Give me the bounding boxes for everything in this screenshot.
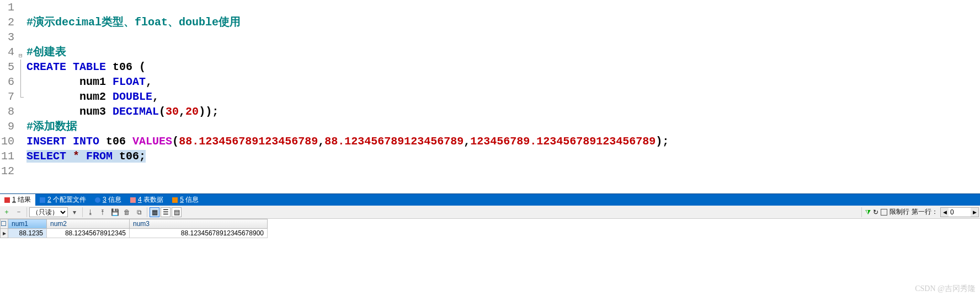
add-row-icon[interactable]: ＋ — [1, 207, 12, 218]
sql-paren: )); — [199, 105, 219, 118]
tab-label: 结果 — [18, 196, 31, 203]
tab-number: 1 — [12, 196, 16, 203]
sql-semi: ; — [139, 150, 146, 163]
column-header[interactable]: num2 — [47, 219, 130, 229]
cell-num3[interactable]: 88.12345678912345678900 — [130, 229, 268, 238]
sql-identifier: t06 — [119, 150, 139, 163]
corner-cell[interactable]: ☐ — [1, 219, 8, 229]
delete-row-icon[interactable]: － — [13, 207, 24, 218]
sql-number: 88.123456789123456789 — [179, 135, 318, 148]
tab-number: 2 — [47, 196, 51, 203]
form-view-toggle[interactable]: ☰ — [161, 207, 171, 217]
spin-up-icon[interactable]: ▶ — [971, 208, 978, 217]
sql-paren: ( — [132, 61, 146, 73]
tab-label: 表数据 — [143, 196, 163, 203]
tabledata-icon — [130, 197, 136, 203]
tab-number: 3 — [103, 196, 106, 203]
sql-comma: , — [152, 90, 159, 103]
tab-number: 4 — [138, 196, 142, 203]
sql-paren: ( — [172, 135, 179, 148]
sql-number: 123456789.123456789123456789 — [470, 135, 656, 148]
sql-keyword: TABLE — [73, 61, 106, 73]
sql-keyword: INSERT — [26, 135, 66, 148]
save-icon[interactable]: 💾 — [109, 207, 120, 218]
line-number: 5 — [0, 60, 14, 74]
sql-identifier: t06 — [113, 61, 132, 73]
sql-keyword: VALUES — [132, 135, 172, 148]
results-tabbar: 1 结果 2 个配置文件 3 信息 4 表数据 5 信息 — [0, 193, 980, 206]
line-number: 12 — [0, 164, 14, 179]
line-number: 3 — [0, 30, 14, 45]
sql-column: num2 — [79, 90, 106, 103]
tab-results[interactable]: 1 结果 — [0, 194, 35, 206]
line-number: 7 — [0, 89, 14, 104]
sql-column: num3 — [79, 105, 106, 118]
grid-view-toggle[interactable]: ▦ — [150, 207, 159, 217]
first-row-label: 第一行： — [912, 207, 938, 217]
mode-select[interactable]: （只读） — [29, 207, 68, 217]
tab-profiles[interactable]: 2 个配置文件 — [35, 194, 90, 206]
trash-icon[interactable]: 🗑 — [121, 207, 132, 218]
tab-tabledata[interactable]: 4 表数据 — [126, 194, 168, 206]
sql-comment: #添加数据 — [26, 120, 77, 133]
tab-info[interactable]: 3 信息 — [90, 194, 126, 206]
code-editor[interactable]: 1 2 3 4 5 6 7 8 9 10 11 12 #演示decimal类型、… — [0, 0, 980, 193]
profiles-icon — [40, 197, 45, 203]
column-header[interactable]: num1 — [8, 219, 47, 229]
limit-rows-checkbox[interactable] — [881, 209, 887, 216]
text-view-toggle[interactable]: ▤ — [172, 207, 182, 217]
import-icon[interactable]: ⭱ — [97, 207, 108, 218]
sql-identifier: t06 — [106, 135, 126, 148]
tab-info2[interactable]: 5 信息 — [168, 194, 203, 206]
sql-comma: , — [464, 135, 470, 148]
info-icon — [95, 197, 100, 203]
sql-keyword: FROM — [86, 150, 113, 163]
fold-gutter — [19, 0, 26, 193]
dropdown-icon[interactable]: ▾ — [69, 207, 80, 218]
info2-icon — [172, 197, 178, 203]
cell-num2[interactable]: 88.12345678912345 — [47, 229, 130, 238]
sql-paren: ( — [159, 105, 166, 118]
sql-column: num1 — [79, 76, 106, 88]
copy-icon[interactable]: ⧉ — [134, 207, 145, 218]
tab-label: 个配置文件 — [53, 196, 86, 203]
sql-star: * — [73, 150, 79, 163]
results-icon — [4, 197, 10, 203]
sql-number: 30 — [166, 105, 179, 118]
sql-number: 88.123456789123456789 — [324, 135, 464, 148]
line-number: 11 — [0, 149, 14, 164]
table-row[interactable]: 88.1235 88.12345678912345 88.12345678912… — [1, 229, 268, 238]
sql-comma: , — [146, 76, 152, 88]
sql-keyword: INTO — [73, 135, 99, 148]
line-number: 8 — [0, 104, 14, 119]
column-header[interactable]: num3 — [130, 219, 268, 229]
line-number: 2 — [0, 15, 14, 30]
refresh-icon[interactable]: ↻ — [873, 208, 878, 216]
line-number: 6 — [0, 74, 14, 89]
sql-paren: ); — [656, 135, 669, 148]
sql-comma: , — [179, 105, 185, 118]
sql-comment: #创建表 — [26, 46, 66, 58]
sql-comment: #演示decimal类型、float、double使用 — [26, 16, 241, 29]
tab-label: 信息 — [185, 196, 199, 203]
results-toolbar: ＋ － （只读） ▾ ⭳ ⭱ 💾 🗑 ⧉ ▦ ☰ ▤ ⧩ ↻ 限制行 第一行： … — [0, 206, 980, 219]
results-grid[interactable]: ☐ num1 num2 num3 88.1235 88.123456789123… — [0, 219, 268, 238]
line-number: 10 — [0, 134, 14, 149]
line-number: 1 — [0, 0, 14, 15]
sql-keyword: SELECT — [26, 150, 66, 163]
code-content[interactable]: #演示decimal类型、float、double使用 #创建表 CREATE … — [26, 0, 669, 193]
sql-type: FLOAT — [113, 76, 146, 88]
row-marker[interactable] — [1, 229, 8, 238]
spin-down-icon[interactable]: ◀ — [941, 208, 949, 217]
export-icon[interactable]: ⭳ — [85, 207, 96, 218]
cell-num1[interactable]: 88.1235 — [8, 229, 47, 238]
tab-number: 5 — [180, 196, 184, 203]
line-number: 4 — [0, 45, 14, 60]
sql-number: 20 — [185, 105, 199, 118]
filter-icon[interactable]: ⧩ — [865, 208, 871, 216]
limit-rows-label: 限制行 — [890, 207, 909, 217]
first-row-input[interactable] — [949, 208, 971, 216]
line-number: 9 — [0, 119, 14, 134]
first-row-spinner[interactable]: ◀ ▶ — [940, 207, 979, 217]
sql-keyword: CREATE — [26, 61, 66, 73]
